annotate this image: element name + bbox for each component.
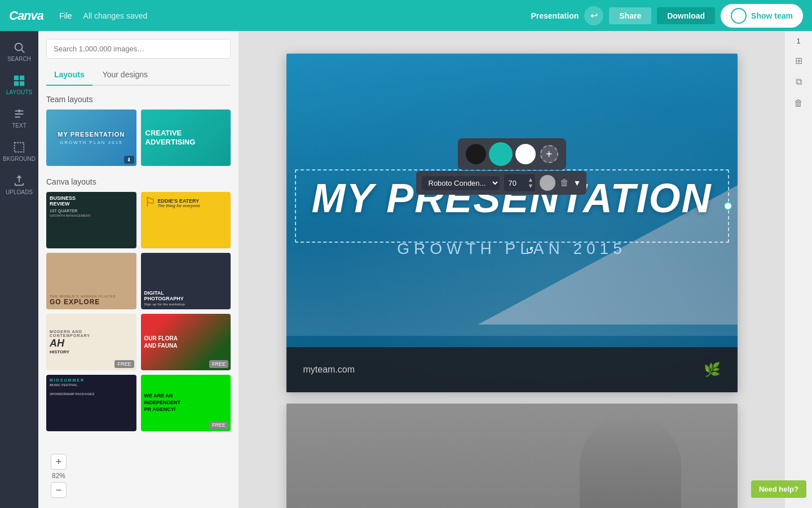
show-team-label: Show team xyxy=(751,11,793,20)
color-toolbar: + xyxy=(458,138,566,170)
show-team-button[interactable]: Show team xyxy=(721,4,803,28)
zoom-controls: + 82% − xyxy=(51,454,67,498)
sidebar-item-background[interactable]: BKGROUND xyxy=(2,135,36,168)
svg-rect-4 xyxy=(14,81,19,86)
free-badge-1: FREE xyxy=(114,360,134,368)
right-sidebar: 1 ⊞ ⧉ 🗑 xyxy=(785,31,812,508)
slide-2-container xyxy=(286,404,738,508)
font-size-box: ▲ ▼ xyxy=(504,174,535,191)
svg-rect-5 xyxy=(20,81,24,86)
font-dropdown-button[interactable]: ▼ xyxy=(573,178,581,187)
uploads-label: UPLOADS xyxy=(6,189,33,195)
team-section-title: Team layouts xyxy=(46,95,231,104)
svg-rect-3 xyxy=(20,76,24,80)
free-badge-3: FREE xyxy=(209,421,228,429)
footer-logo: 🌿 xyxy=(704,362,721,378)
svg-rect-2 xyxy=(14,76,19,80)
slide-2[interactable] xyxy=(286,404,738,508)
canva-layout-grid: BUSINESSREVIEW 1ST QUARTER GROWTH MANAGE… xyxy=(46,192,231,431)
search-label: SEARCH xyxy=(7,56,31,62)
free-badge-2: FREE xyxy=(209,360,228,368)
slide-1[interactable]: MY PRESENTATION GROWTH PLAN 2015 ↺ mytea… xyxy=(286,54,738,392)
svg-line-1 xyxy=(21,50,24,52)
download-button[interactable]: Download xyxy=(657,7,715,24)
save-status: All changes saved xyxy=(83,11,524,20)
search-input[interactable] xyxy=(46,39,231,59)
canva-thumb-go-explore[interactable]: THE WORLD'S HIDDEN PLACES GO EXPLORE xyxy=(46,253,136,309)
canva-thumb-eddies-eatery[interactable]: ⚐ EDDIE'S EATERY The thing for everyone xyxy=(141,192,231,248)
need-help-button[interactable]: Need help? xyxy=(751,480,806,498)
tab-layouts[interactable]: Layouts xyxy=(46,67,92,86)
share-button[interactable]: Share xyxy=(609,7,651,24)
top-nav: Canva File All changes saved Presentatio… xyxy=(0,0,812,31)
font-trash-button[interactable]: 🗑 xyxy=(560,178,569,188)
color-swatch-white[interactable] xyxy=(515,144,536,164)
undo-button[interactable]: ↩ xyxy=(584,6,603,25)
svg-point-0 xyxy=(15,43,23,51)
file-menu-button[interactable]: File xyxy=(55,9,77,23)
sidebar-item-search[interactable]: SEARCH xyxy=(2,36,36,68)
slide-1-container: + Roboto Conden... ▲ ▼ 🗑 ▼ xyxy=(286,54,738,392)
main-canvas-area: + Roboto Conden... ▲ ▼ 🗑 ▼ xyxy=(239,31,785,508)
canva-thumb-digital-photography[interactable]: DIGITALPHOTOGRAPHY Sign up for the works… xyxy=(141,253,231,309)
cursor-icon: ↺ xyxy=(526,244,534,257)
sidebar-copy-icon[interactable]: ⧉ xyxy=(790,73,807,90)
sidebar-grid-icon[interactable]: ⊞ xyxy=(790,52,807,69)
font-select[interactable]: Roboto Conden... xyxy=(422,176,500,190)
canva-thumb-pr-agency[interactable]: WE ARE ANINDEPENDENTPR AGENCY/ FREE xyxy=(141,375,231,431)
canva-logo: Canva xyxy=(9,8,43,23)
avatar xyxy=(731,8,747,24)
footer-url: myteam.com xyxy=(303,365,355,375)
team-thumb-creative[interactable]: CREATIVEADVERTISING xyxy=(141,110,231,166)
nav-right-section: Presentation ↩ Share Download Show team xyxy=(531,4,803,28)
left-panel: Layouts Your designs Team layouts MY PRE… xyxy=(38,31,239,508)
left-sidebar: SEARCH LAYOUTS TEXT BKGROUND UPLOADS xyxy=(0,31,38,508)
font-color-swatch[interactable] xyxy=(540,175,555,191)
team-thumb-my-presentation[interactable]: MY PRESENTATION GROWTH PLAN 2015 ⬇ xyxy=(46,110,136,166)
zoom-in-button[interactable]: + xyxy=(51,454,67,470)
background-label: BKGROUND xyxy=(3,156,36,162)
font-toolbar: Roboto Conden... ▲ ▼ 🗑 ▼ xyxy=(416,171,587,195)
font-size-input[interactable] xyxy=(509,179,526,187)
color-swatch-teal[interactable] xyxy=(491,144,511,164)
presentation-label: Presentation xyxy=(531,11,579,20)
slide-footer: myteam.com 🌿 xyxy=(286,347,738,392)
slide-number: 1 xyxy=(796,37,800,45)
zoom-level: 82% xyxy=(52,472,65,480)
sidebar-item-text[interactable]: TEXT xyxy=(2,102,36,134)
team-layout-grid: MY PRESENTATION GROWTH PLAN 2015 ⬇ CREAT… xyxy=(46,110,231,166)
sidebar-item-uploads[interactable]: UPLOADS xyxy=(2,169,36,201)
sidebar-item-layouts[interactable]: LAYOUTS xyxy=(2,69,36,101)
canva-section-title: Canva layouts xyxy=(46,177,231,186)
download-badge: ⬇ xyxy=(124,156,134,164)
add-color-button[interactable]: + xyxy=(540,145,558,163)
zoom-out-button[interactable]: − xyxy=(51,482,67,498)
font-size-down[interactable]: ▼ xyxy=(528,183,534,189)
layouts-label: LAYOUTS xyxy=(6,89,32,95)
tab-your-designs[interactable]: Your designs xyxy=(95,67,156,86)
color-swatch-black[interactable] xyxy=(466,144,486,164)
tab-row: Layouts Your designs xyxy=(46,67,231,86)
canva-thumb-midsummer[interactable]: MIDSUMMER MUSIC FESTIVAL SPONSORSHIP PAC… xyxy=(46,375,136,431)
text-label: TEXT xyxy=(12,122,27,129)
canva-thumb-business-review[interactable]: BUSINESSREVIEW 1ST QUARTER GROWTH MANAGE… xyxy=(46,192,136,248)
slide-2-person xyxy=(580,415,681,508)
canva-thumb-flora-fauna[interactable]: OUR FLORAAND FAUNA FREE xyxy=(141,314,231,370)
canva-thumb-modern-history[interactable]: MODERN ANDCONTEMPORARY AH HISTORY FREE xyxy=(46,314,136,370)
sidebar-delete-icon[interactable]: 🗑 xyxy=(790,95,807,112)
slide-subtitle[interactable]: GROWTH PLAN 2015 xyxy=(286,240,738,258)
